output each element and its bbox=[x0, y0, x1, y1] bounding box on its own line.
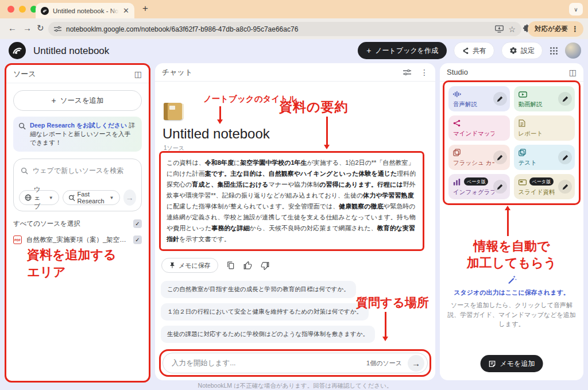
studio-card[interactable]: 動画解説 bbox=[514, 86, 575, 111]
studio-card[interactable]: テスト bbox=[514, 145, 575, 170]
share-button[interactable]: 共有 bbox=[454, 42, 494, 59]
edit-pencil-icon[interactable] bbox=[493, 150, 507, 164]
select-all-checkbox[interactable]: ✓ bbox=[133, 219, 142, 228]
site-settings-icon[interactable] bbox=[54, 26, 61, 32]
window-controls bbox=[7, 6, 37, 13]
annotation-question-spot: 質問する場所 bbox=[356, 295, 429, 311]
promo-text: Deep Research をお試しください 詳細なレポートと新しいソースを入手… bbox=[30, 121, 137, 147]
studio-card[interactable]: 音声解説 bbox=[448, 86, 510, 111]
video-icon bbox=[519, 91, 527, 98]
studio-card[interactable]: レポート bbox=[514, 115, 575, 141]
thumbs-down-icon[interactable] bbox=[261, 261, 269, 270]
bookmark-star-icon[interactable]: ☆ bbox=[508, 25, 516, 34]
pdf-icon: PDF bbox=[13, 235, 22, 244]
reload-icon[interactable]: ↻ bbox=[37, 23, 44, 33]
annotation-auto-process: 情報を自動で 加工してもらう bbox=[440, 238, 583, 271]
web-source-search[interactable]: ウェブで新しいソースを検索 ウェブ ▼ Fast Research ▼ → bbox=[13, 159, 142, 211]
edit-pencil-icon[interactable] bbox=[493, 92, 507, 106]
research-chip-label: Fast Research bbox=[78, 191, 107, 204]
notebooklm-logo[interactable] bbox=[9, 42, 26, 59]
studio-card[interactable]: マインドマップ bbox=[448, 115, 510, 141]
chip-menu-icon[interactable]: ⋮ bbox=[571, 25, 579, 33]
annotation-summary: 資料の要約 bbox=[279, 98, 349, 116]
save-to-note-button[interactable]: メモに保存 bbox=[161, 258, 218, 273]
mindmap-icon bbox=[453, 119, 461, 127]
deep-research-promo[interactable]: Deep Research をお試しください 詳細なレポートと新しいソースを入手… bbox=[13, 117, 142, 152]
annotation-arrow-studio bbox=[507, 210, 509, 236]
back-icon[interactable]: ← bbox=[8, 23, 17, 33]
source-list: PDF自然教室_実施要項（案）_架空学...✓ bbox=[6, 235, 149, 244]
create-notebook-button[interactable]: + ノートブックを作成 bbox=[358, 42, 447, 59]
deep-research-link[interactable]: Deep Research をお試しください bbox=[30, 122, 127, 129]
chat-panel-title: チャット bbox=[162, 67, 192, 78]
studio-card[interactable]: ベータ版スライド資料 bbox=[514, 174, 575, 199]
edit-pencil-icon[interactable] bbox=[558, 180, 572, 194]
add-note-button[interactable]: メモを追加 bbox=[481, 355, 543, 372]
chat-input-placeholder: 入力を開始します... bbox=[172, 358, 361, 368]
add-source-button[interactable]: + ソースを追加 bbox=[13, 90, 142, 111]
edit-pencil-icon[interactable] bbox=[558, 150, 572, 164]
research-mode-chip[interactable]: Fast Research ▼ bbox=[63, 190, 120, 205]
studio-card-label: テスト bbox=[519, 159, 537, 167]
browser-tab[interactable]: Untitled notebook - NotebookLM ✕ bbox=[36, 3, 134, 18]
new-tab-button[interactable]: + bbox=[142, 3, 148, 14]
copy-icon[interactable] bbox=[227, 261, 235, 269]
chat-settings-icon[interactable] bbox=[403, 69, 411, 76]
minimize-window-button[interactable] bbox=[19, 6, 26, 13]
search-input[interactable]: ウェブで新しいソースを検索 bbox=[33, 166, 124, 176]
notebook-title[interactable]: Untitled notebook bbox=[163, 126, 270, 142]
settings-button[interactable]: 設定 bbox=[501, 42, 543, 59]
save-note-label: メモに保存 bbox=[179, 261, 211, 270]
suggested-question[interactable]: 生徒の課題に対応するために学校側はどのような指導体制を敷きますか。 bbox=[161, 326, 375, 343]
disclaimer: NotebookLM は不正確な場合があります。回答は再確認してください。 bbox=[155, 382, 435, 390]
studio-card-label: フラッシュ カード bbox=[453, 159, 494, 167]
flashcards-icon bbox=[453, 149, 461, 156]
page-title: Untitled notebook bbox=[33, 45, 109, 57]
source-name: 自然教室_実施要項（案）_架空学... bbox=[26, 235, 129, 244]
chat-input[interactable]: 入力を開始します... 1個のソース → bbox=[163, 353, 428, 373]
search-icon bbox=[21, 167, 28, 175]
studio-card[interactable]: ベータ版インフォグラフ... bbox=[448, 174, 510, 199]
select-all-label: すべてのソースを選択 bbox=[13, 219, 80, 228]
studio-card-label: 動画解説 bbox=[519, 101, 543, 109]
address-bar[interactable]: notebooklm.google.com/notebook/6a3f62f7-… bbox=[48, 22, 521, 36]
share-label: 共有 bbox=[473, 46, 486, 56]
summary-box: この資料は、令和8年度に架空学園中学校の1年生が実施する、1泊2日の**「自然教… bbox=[159, 151, 424, 251]
search-submit-icon[interactable]: → bbox=[123, 190, 137, 206]
url-text: notebooklm.google.com/notebook/6a3f62f7-… bbox=[66, 25, 490, 33]
install-app-icon[interactable] bbox=[495, 25, 504, 33]
share-icon bbox=[462, 47, 469, 55]
studio-panel-title: Studio bbox=[447, 68, 468, 76]
beta-badge: ベータ版 bbox=[464, 177, 488, 186]
studio-card-label: スライド資料 bbox=[519, 188, 555, 196]
chat-body: ノートブックのタイトル 資料の要約 Untitled notebook 1ソース… bbox=[155, 82, 435, 380]
suggested-question[interactable]: この自然教室が目指す生徒の成長と学習の教育的目標は何ですか。 bbox=[161, 281, 356, 298]
web-scope-chip[interactable]: ウェブ ▼ bbox=[19, 190, 59, 205]
studio-empty-state: スタジオの出力はここに保存されます。 ソースを追加したら、クリックして音声解説、… bbox=[446, 275, 578, 329]
source-row[interactable]: PDF自然教室_実施要項（案）_架空学...✓ bbox=[13, 235, 142, 244]
suggested-question[interactable]: １泊２日の行程において安全と健康を維持するための対策は何ですか。 bbox=[161, 303, 369, 321]
annotation-arrow-question bbox=[385, 312, 386, 337]
send-icon[interactable]: → bbox=[408, 355, 424, 372]
forward-icon[interactable]: → bbox=[23, 23, 32, 33]
tab-strip-chevron-icon[interactable]: ∨ bbox=[569, 3, 583, 16]
slides-icon bbox=[519, 179, 527, 186]
source-checkbox[interactable]: ✓ bbox=[133, 235, 142, 244]
studio-card-label: 音声解説 bbox=[453, 101, 477, 109]
chat-menu-icon[interactable]: ⋮ bbox=[420, 68, 428, 77]
thumbs-up-icon[interactable] bbox=[243, 261, 252, 270]
edit-pencil-icon[interactable] bbox=[558, 92, 572, 106]
collapse-panel-icon[interactable]: ◫ bbox=[569, 68, 577, 77]
action-chip-label: 対応が必要 bbox=[535, 25, 568, 33]
edit-pencil-icon[interactable] bbox=[493, 180, 507, 194]
close-window-button[interactable] bbox=[7, 6, 14, 13]
studio-card[interactable]: フラッシュ カード bbox=[448, 145, 510, 170]
google-apps-grid-icon[interactable] bbox=[550, 47, 558, 55]
collapse-panel-icon[interactable]: ◫ bbox=[134, 69, 142, 79]
avatar[interactable] bbox=[565, 43, 581, 59]
profile-action-chip[interactable]: 対応が必要 ⋮ bbox=[528, 21, 583, 37]
tab-close-icon[interactable]: ✕ bbox=[123, 7, 129, 14]
search-sparkle-icon bbox=[18, 122, 26, 130]
studio-empty-body: ソースを追加したら、クリックして音声解説、学習ガイド、マインドマップなどを追加し… bbox=[446, 300, 578, 329]
settings-label: 設定 bbox=[521, 46, 535, 56]
